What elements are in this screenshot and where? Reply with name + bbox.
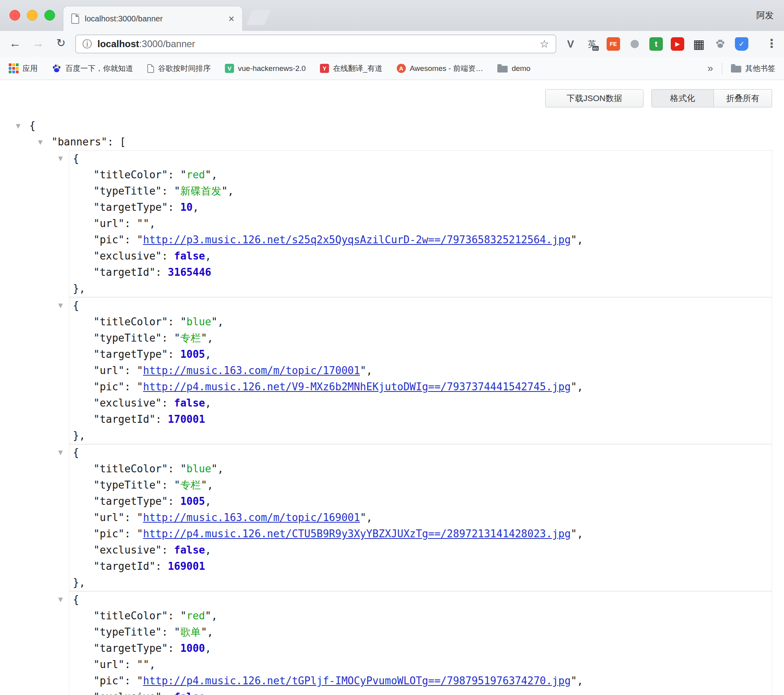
json-key: "pic"	[93, 234, 124, 246]
minimize-window-button[interactable]	[27, 10, 38, 21]
baidu-paw-icon	[52, 64, 61, 73]
json-url-link[interactable]: http://p4.music.126.net/V9-MXz6b2MNhEKju…	[143, 381, 571, 393]
json-property-line: "targetId": 3165446	[69, 264, 772, 281]
format-button[interactable]: 格式化	[651, 89, 714, 107]
json-key: "pic"	[93, 381, 124, 393]
json-punct: :	[124, 528, 137, 540]
bookmark-vue-hackernews[interactable]: V vue-hackernews-2.0	[225, 64, 306, 73]
collapse-toggle-icon[interactable]: ▼	[38, 134, 51, 151]
folder-icon	[731, 66, 741, 73]
json-quote: "	[180, 610, 186, 622]
json-url-link[interactable]: http://p3.music.126.net/s25q2x5QyqsAzilC…	[143, 234, 571, 246]
bookmark-awesomes[interactable]: A Awesomes - 前端资…	[397, 63, 483, 74]
browser-tab[interactable]: localhost:3000/banner ×	[63, 6, 242, 31]
json-comma: ,	[577, 234, 583, 246]
browser-menu-icon[interactable]: ⋮	[766, 31, 778, 57]
v-extension-icon[interactable]: V	[564, 37, 577, 51]
json-key: "exclusive"	[93, 691, 162, 695]
shield-check-extension-icon[interactable]: ✓	[735, 37, 748, 51]
json-punct: :	[162, 691, 174, 695]
json-punct: :	[156, 266, 168, 278]
bookmarks-right-group: » 其他书签	[708, 62, 775, 74]
new-tab-button[interactable]	[246, 10, 270, 25]
address-bar[interactable]: ⓘ localhost:3000/banner ☆	[75, 34, 556, 53]
json-url-link[interactable]: http://p4.music.126.net/tGPljf-IMOCyPvum…	[143, 675, 571, 687]
json-punct: :	[168, 169, 180, 181]
json-comma: ,	[366, 365, 373, 376]
zoom-window-button[interactable]	[44, 10, 55, 21]
extensions-row: V 英 en FE t ▶ ▦ ✓	[564, 37, 748, 51]
json-property-line: "targetId": 170001	[69, 411, 772, 428]
info-icon[interactable]: ⓘ	[82, 38, 92, 50]
page-content: 下载JSON数据 格式化 折叠所有 ▼{▼"banners": [▼{"titl…	[0, 80, 784, 695]
json-punct: :	[162, 397, 174, 409]
bookmark-label: vue-hackernews-2.0	[238, 64, 306, 73]
reload-button[interactable]: ↻	[52, 31, 70, 57]
json-punct: :	[156, 413, 168, 425]
json-key: "url"	[93, 512, 124, 523]
json-comma: ,	[577, 528, 583, 540]
json-comma: ,	[205, 348, 211, 360]
bookmark-demo-folder[interactable]: demo	[497, 64, 531, 73]
collapse-toggle-icon[interactable]: ▼	[16, 118, 29, 134]
json-quote: "	[211, 463, 217, 475]
bookmark-youdao-translate[interactable]: Y 在线翻译_有道	[320, 63, 382, 74]
json-quote: "	[180, 463, 186, 475]
json-url-link[interactable]: http://music.163.com/m/topic/170001	[143, 365, 360, 376]
json-property-line: "targetType": 1005,	[69, 346, 772, 363]
json-url-link[interactable]: http://p4.music.126.net/CTU5B9R9y3XyYBZX…	[143, 528, 571, 540]
json-property-line: "titleColor": "blue",	[69, 461, 772, 477]
json-quote: "	[174, 626, 181, 638]
json-quote: "	[137, 512, 143, 523]
people-extension-icon[interactable]	[630, 40, 639, 48]
json-punct: :	[124, 234, 137, 246]
download-json-button[interactable]: 下载JSON数据	[545, 89, 643, 107]
json-quote: "	[201, 479, 207, 491]
bookmark-star-icon[interactable]: ☆	[540, 38, 549, 50]
bookmark-baidu[interactable]: 百度一下，你就知道	[52, 63, 133, 74]
format-button-group: 格式化 折叠所有	[651, 89, 772, 107]
fe-extension-icon[interactable]: FE	[607, 37, 620, 51]
paw-extension-icon[interactable]	[714, 37, 727, 51]
json-quote: "	[180, 316, 186, 328]
json-string-value: red	[186, 610, 205, 622]
close-window-button[interactable]	[10, 10, 20, 21]
collapse-toggle-icon[interactable]: ▼	[58, 592, 63, 608]
json-punct: :	[168, 642, 180, 654]
youtube-play-icon[interactable]: ▶	[671, 37, 684, 51]
collapse-all-button[interactable]: 折叠所有	[714, 89, 772, 107]
json-url-link[interactable]: http://music.163.com/m/topic/169001	[143, 512, 360, 523]
json-key: "titleColor"	[93, 169, 168, 181]
json-line: },	[69, 428, 772, 444]
bookmark-google-sort[interactable]: 谷歌按时间排序	[147, 63, 211, 74]
profile-name[interactable]: 阿发	[756, 10, 774, 21]
json-close-brace: },	[73, 577, 85, 588]
translate-extension-icon[interactable]: 英 en	[585, 37, 599, 51]
back-button[interactable]: ←	[6, 31, 24, 57]
json-key: "exclusive"	[93, 544, 162, 556]
json-key: "targetType"	[93, 642, 168, 654]
collapse-toggle-icon[interactable]: ▼	[58, 151, 63, 167]
json-open-brace: {	[73, 300, 79, 311]
json-quote: "	[571, 528, 577, 540]
green-t-extension-icon[interactable]: t	[649, 37, 663, 51]
json-comma: ,	[217, 463, 224, 475]
other-bookmarks[interactable]: 其他书签	[731, 63, 775, 74]
forward-button[interactable]: →	[29, 31, 47, 57]
json-quote: "	[571, 675, 577, 687]
bookmark-apps[interactable]: 应用	[9, 63, 38, 74]
json-close-brace: },	[73, 430, 85, 441]
json-key: "targetId"	[93, 560, 156, 572]
collapse-toggle-icon[interactable]: ▼	[58, 298, 63, 314]
bookmarks-overflow-chevron[interactable]: »	[708, 62, 713, 74]
json-punct: :	[162, 332, 174, 344]
json-punct: :	[162, 185, 174, 197]
json-root-line: ▼{	[16, 118, 772, 134]
json-punct: :	[168, 316, 180, 328]
collapse-toggle-icon[interactable]: ▼	[58, 445, 63, 461]
json-comma: ,	[149, 659, 156, 670]
json-punct: :	[124, 218, 137, 229]
tab-close-icon[interactable]: ×	[228, 15, 234, 23]
json-number-value: 170001	[168, 413, 205, 425]
qr-code-icon[interactable]: ▦	[692, 37, 706, 51]
